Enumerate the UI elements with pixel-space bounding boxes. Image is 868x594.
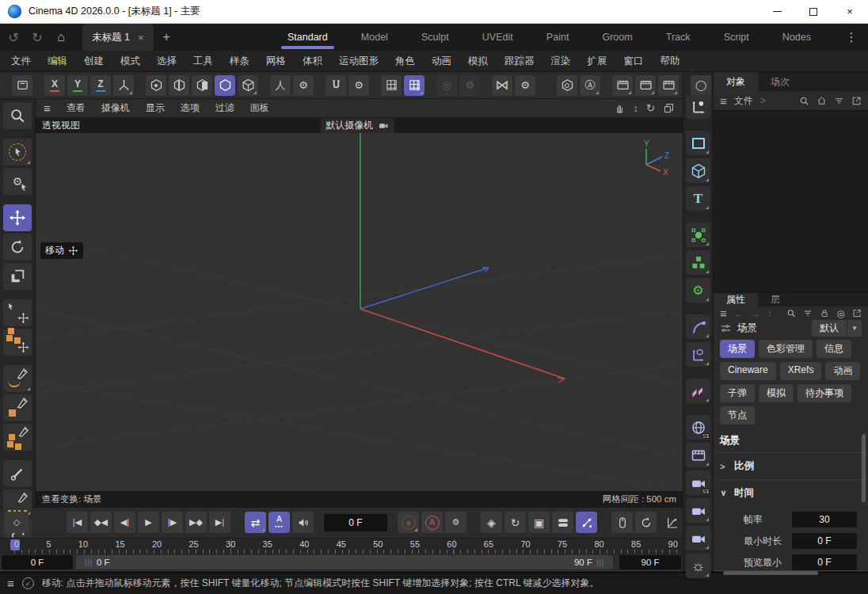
polygon-pen-button[interactable] bbox=[3, 424, 32, 451]
previous-frame-button[interactable]: ◀| bbox=[114, 512, 135, 533]
popout-icon[interactable] bbox=[852, 308, 862, 318]
filter-icon[interactable] bbox=[834, 96, 844, 106]
search-icon[interactable] bbox=[786, 308, 796, 318]
timeline-ruler[interactable]: 051015202530354045505560657075808590 bbox=[0, 538, 683, 555]
dolly-icon[interactable]: ↕ bbox=[634, 102, 639, 114]
loop-playback-button[interactable]: ⇄ bbox=[245, 512, 266, 533]
category-tab-simulation[interactable]: 模拟 bbox=[759, 384, 794, 402]
target-icon[interactable]: ◎ bbox=[836, 308, 844, 319]
home-icon[interactable]: ⌂ bbox=[51, 27, 71, 48]
light-object-button[interactable]: ☼ bbox=[686, 554, 710, 578]
rotate-tool-button[interactable] bbox=[3, 234, 32, 261]
search-icon[interactable] bbox=[799, 96, 809, 106]
redo-icon[interactable]: ↻ bbox=[27, 27, 48, 48]
menu-item-mode[interactable]: 模式 bbox=[120, 55, 140, 68]
key-scale-button[interactable]: ▣ bbox=[528, 512, 550, 533]
maximize-view-icon[interactable] bbox=[663, 102, 675, 114]
layout-tab-sculpt[interactable]: Sculpt bbox=[418, 24, 452, 51]
tab-attributes[interactable]: 属性 bbox=[714, 293, 758, 307]
menu-item-simulate[interactable]: 模拟 bbox=[468, 55, 488, 68]
category-tab-color[interactable]: 色彩管理 bbox=[759, 340, 813, 358]
quantize-grid-button[interactable] bbox=[404, 75, 424, 96]
fcurve-editor-button[interactable] bbox=[661, 512, 683, 533]
layout-tab-groom[interactable]: Groom bbox=[599, 24, 635, 51]
symmetry-settings-gear-icon[interactable]: ⚙ bbox=[515, 75, 535, 96]
next-key-button[interactable]: ▶◆ bbox=[185, 512, 207, 533]
history-back-icon[interactable]: ← bbox=[734, 308, 744, 319]
autokey-pla-button[interactable]: A▪▪▪ bbox=[268, 512, 290, 533]
category-tab-info[interactable]: 信息 bbox=[817, 340, 851, 358]
snap-settings-gear-icon[interactable]: ⚙ bbox=[348, 75, 369, 96]
bend-deformer-button[interactable] bbox=[686, 314, 710, 339]
keying-settings-gear-icon[interactable]: ⚙ bbox=[445, 512, 466, 533]
go-to-start-button[interactable]: |◀ bbox=[67, 512, 88, 533]
menu-item-tracker[interactable]: 跟踪器 bbox=[504, 55, 535, 68]
key-parameters-button[interactable] bbox=[552, 512, 573, 533]
tweak-tool-button[interactable]: ⚙ bbox=[3, 168, 32, 195]
render-picture-viewer-button[interactable] bbox=[635, 75, 656, 96]
viewport-menu-display[interactable]: 显示 bbox=[146, 101, 165, 115]
group-time[interactable]: ∨ 时间 bbox=[714, 480, 868, 506]
object-list[interactable] bbox=[714, 110, 868, 291]
home-icon[interactable] bbox=[817, 96, 827, 106]
object-mode-button[interactable] bbox=[215, 75, 235, 96]
layout-tab-script[interactable]: Script bbox=[721, 24, 752, 51]
sky-object-button[interactable]: ST bbox=[686, 415, 710, 440]
menu-item-create[interactable]: 创建 bbox=[84, 55, 104, 68]
cube-primitive-button[interactable] bbox=[686, 158, 710, 183]
close-tab-icon[interactable]: × bbox=[138, 32, 144, 44]
path-chevron-icon[interactable]: > bbox=[760, 95, 766, 106]
close-button[interactable]: × bbox=[832, 0, 868, 24]
mouse-record-button[interactable] bbox=[611, 512, 633, 533]
preset-label[interactable]: 默认 bbox=[812, 320, 847, 337]
edges-mode-button[interactable] bbox=[169, 75, 189, 96]
layout-tab-uvedit[interactable]: UVEdit bbox=[479, 24, 516, 51]
coordinate-system-button[interactable] bbox=[113, 75, 134, 96]
category-tab-xrefs[interactable]: XRefs bbox=[780, 362, 822, 380]
crane-camera-button[interactable] bbox=[686, 526, 710, 550]
material-button[interactable]: ◯ bbox=[691, 75, 711, 96]
category-tab-scene[interactable]: 场景 bbox=[720, 340, 755, 358]
axis-z-lock-button[interactable]: Z bbox=[90, 75, 111, 96]
menu-item-volume[interactable]: 体积 bbox=[303, 55, 322, 68]
axis-x-lock-button[interactable]: X bbox=[44, 75, 65, 96]
horizontal-scrollbar[interactable] bbox=[723, 571, 818, 575]
preset-arrow-icon[interactable]: ▼ bbox=[847, 320, 862, 337]
axis-y-lock-button[interactable]: Y bbox=[67, 75, 88, 96]
menu-item-character[interactable]: 角色 bbox=[395, 55, 415, 68]
undo-icon[interactable]: ↺ bbox=[3, 27, 24, 48]
layout-tab-standard[interactable]: Standard bbox=[284, 24, 331, 51]
viewport-menu-view[interactable]: 查看 bbox=[67, 101, 86, 115]
menu-item-window[interactable]: 窗口 bbox=[624, 55, 644, 68]
object-manager-path[interactable]: 文件 bbox=[734, 94, 753, 108]
category-tab-cineware[interactable]: Cineware bbox=[720, 362, 776, 380]
viewport-menu-filter[interactable]: 过滤 bbox=[215, 101, 234, 115]
field-button[interactable] bbox=[686, 342, 710, 367]
move-tool-button[interactable] bbox=[3, 204, 32, 231]
spline-rectangle-pen-button[interactable] bbox=[3, 394, 32, 421]
minimize-button[interactable] bbox=[759, 0, 795, 24]
knife-tool-button[interactable] bbox=[3, 460, 32, 487]
snap-magnet-button[interactable] bbox=[326, 75, 346, 96]
rotation-record-button[interactable] bbox=[635, 512, 657, 533]
next-frame-button[interactable]: |▶ bbox=[162, 512, 183, 533]
range-grip-left[interactable]: ||| bbox=[85, 558, 93, 566]
scale-tool-button[interactable] bbox=[3, 263, 32, 290]
stage-camera-button[interactable]: ST bbox=[686, 470, 710, 495]
category-tab-todo[interactable]: 待办事项 bbox=[798, 384, 851, 402]
pan-hand-icon[interactable] bbox=[614, 102, 626, 114]
character-settings-gear-icon[interactable]: ⚙ bbox=[293, 75, 314, 96]
array-button[interactable] bbox=[686, 250, 710, 275]
menu-item-edit[interactable]: 编辑 bbox=[48, 55, 67, 68]
text-object-button[interactable]: T bbox=[686, 186, 710, 211]
popout-icon[interactable] bbox=[851, 96, 862, 106]
current-frame-field[interactable]: 0 F bbox=[324, 514, 387, 531]
range-grip-right[interactable]: ||| bbox=[596, 558, 604, 566]
volume-builder-button[interactable] bbox=[686, 379, 710, 403]
menu-item-help[interactable]: 帮助 bbox=[661, 55, 680, 68]
sound-button[interactable] bbox=[292, 512, 314, 533]
render-view-button[interactable] bbox=[612, 75, 633, 96]
menu-item-extensions[interactable]: 扩展 bbox=[588, 55, 607, 68]
workplane-button[interactable] bbox=[12, 75, 32, 96]
min-time-input[interactable]: 0 F bbox=[792, 533, 857, 549]
